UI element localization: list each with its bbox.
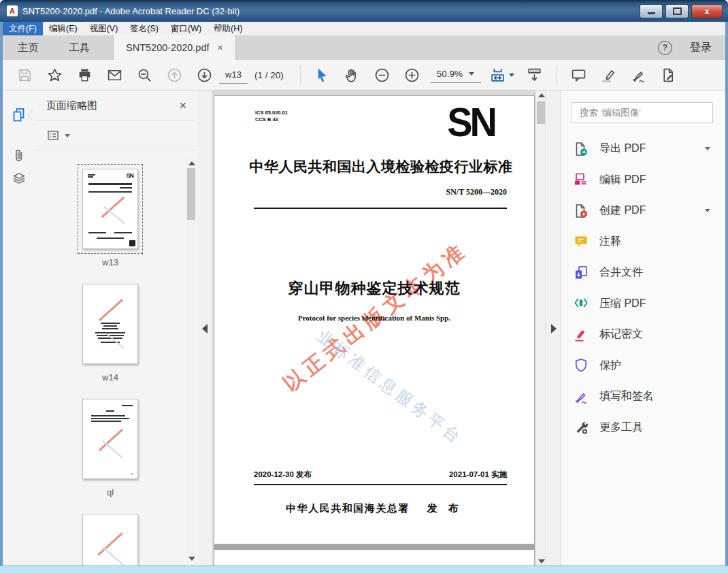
- doc-ics-code: ICS 65.020.01: [255, 110, 288, 116]
- comment-icon: [576, 237, 587, 248]
- layers-pane-button[interactable]: [10, 169, 29, 189]
- chevron-down-icon[interactable]: [705, 147, 710, 150]
- tool-protect[interactable]: 保护: [561, 350, 725, 382]
- sign-in-button[interactable]: 登录: [690, 41, 712, 55]
- restore-button[interactable]: [665, 4, 689, 18]
- thumbnail-page-4[interactable]: qll: [78, 509, 143, 573]
- menu-view[interactable]: 视图(V): [84, 22, 125, 36]
- doc-ccs-code: CCS B 43: [255, 116, 288, 123]
- scroll-down-icon[interactable]: [188, 557, 195, 561]
- menu-edit[interactable]: 编辑(E): [43, 22, 84, 36]
- arrow-down-icon: [198, 69, 210, 81]
- previous-page-button[interactable]: [159, 67, 189, 84]
- tools-panel: 导出 PDF 编辑 PDF 创建 PDF 注释: [561, 91, 725, 566]
- scroll-down-icon[interactable]: [538, 559, 545, 563]
- highlight-tool-button[interactable]: [593, 67, 623, 84]
- thumbnail-label: w13: [102, 257, 118, 267]
- thumbnail-scrollbar[interactable]: [186, 159, 196, 563]
- doc-implement-date: 2021-07-01 实施: [449, 470, 507, 480]
- zoom-out-button[interactable]: [367, 67, 397, 84]
- document-viewport[interactable]: ICS 65.020.01 CCS B 43 SN 中华人民共和国出入境检验检疫…: [212, 91, 536, 566]
- reading-mode-button[interactable]: [519, 67, 549, 84]
- select-cursor-icon: [318, 68, 327, 82]
- tool-create-pdf[interactable]: 创建 PDF: [561, 195, 725, 227]
- chevron-down-icon[interactable]: [705, 209, 710, 212]
- zoom-level-value: 50.9%: [437, 69, 463, 79]
- menu-help[interactable]: 帮助(H): [208, 22, 248, 36]
- tab-document[interactable]: SNT5200-2020.pdf ×: [113, 35, 236, 60]
- menu-window[interactable]: 窗口(W): [165, 22, 208, 36]
- tool-redact[interactable]: 标记密文: [561, 319, 725, 350]
- menu-file[interactable]: 文件(F): [3, 22, 43, 36]
- help-icon[interactable]: ?: [658, 41, 672, 55]
- tool-more-tools[interactable]: 更多工具: [561, 412, 725, 444]
- tool-fill-sign[interactable]: 填写和签名: [561, 381, 725, 412]
- tool-label: 导出 PDF: [599, 142, 646, 156]
- scrollbar-thumb[interactable]: [537, 101, 545, 124]
- acrobat-app-icon: A: [7, 5, 18, 16]
- scroll-up-icon[interactable]: [188, 161, 195, 165]
- collapse-right-pane-button[interactable]: [545, 91, 561, 566]
- fill-sign-icon: [576, 394, 586, 403]
- thumbnail-page-1[interactable]: SN w13: [78, 164, 143, 267]
- zoom-level-control[interactable]: 50.9%: [430, 67, 481, 83]
- tool-export-pdf[interactable]: 导出 PDF: [561, 133, 725, 165]
- menu-sign[interactable]: 签名(S): [124, 22, 165, 36]
- minimize-button[interactable]: [640, 4, 663, 18]
- sign-tool-button[interactable]: [623, 67, 653, 84]
- more-tools-icon: [577, 422, 588, 433]
- star-button[interactable]: [39, 67, 69, 84]
- collapse-left-pane-button[interactable]: [197, 91, 213, 566]
- toolbar-divider: [556, 65, 557, 84]
- pdf-page-1: ICS 65.020.01 CCS B 43 SN 中华人民共和国出入境检验检疫…: [214, 95, 535, 544]
- zoom-in-button[interactable]: [397, 67, 427, 84]
- print-button[interactable]: [69, 67, 99, 84]
- navigation-pane-strip: [3, 91, 36, 566]
- close-button[interactable]: x: [691, 4, 723, 18]
- save-button[interactable]: [10, 67, 39, 84]
- tools-search-input[interactable]: [578, 107, 712, 118]
- tab-document-label: SNT5200-2020.pdf: [126, 42, 210, 53]
- next-page-button[interactable]: [189, 67, 219, 84]
- thumbnail-options-button[interactable]: [46, 129, 60, 142]
- doc-rule: [254, 484, 507, 485]
- scrollbar-thumb[interactable]: [187, 168, 195, 220]
- document-scrollbar[interactable]: [535, 91, 546, 566]
- comment-bubble-icon: [572, 70, 584, 81]
- layers-icon: [14, 174, 24, 183]
- hand-icon: [346, 69, 355, 81]
- doc-standard-number: SN/T 5200—2020: [446, 187, 507, 197]
- tool-label: 编辑 PDF: [599, 173, 646, 187]
- thumbnail-page-3[interactable]: ql: [78, 394, 143, 497]
- edit-page-button[interactable]: [653, 67, 683, 84]
- panel-close-icon[interactable]: ×: [179, 99, 186, 113]
- page-thumbnails-pane-button[interactable]: [10, 105, 29, 125]
- close-icon: x: [704, 6, 709, 16]
- email-button[interactable]: [99, 67, 129, 84]
- page-count: (1 / 20): [254, 70, 284, 80]
- attachments-pane-button[interactable]: [10, 146, 29, 165]
- fit-width-button[interactable]: [484, 67, 519, 84]
- thumbnail-list: SN w13: [35, 159, 185, 566]
- tab-home[interactable]: 主页: [3, 35, 54, 60]
- tool-compress-pdf[interactable]: 压缩 PDF: [561, 289, 725, 320]
- thumbnail-page-2[interactable]: w14: [78, 279, 143, 382]
- scroll-up-icon[interactable]: [538, 93, 545, 97]
- window-title: SNT5200-2020.pdf - Adobe Acrobat Reader …: [22, 6, 239, 16]
- toolbar: (1 / 20) 50.9%: [3, 60, 725, 91]
- toolbar-collapse-icon: [529, 69, 540, 80]
- tool-comment[interactable]: 注释: [561, 227, 725, 258]
- search-button[interactable]: [129, 67, 159, 84]
- tab-tools[interactable]: 工具: [54, 35, 105, 60]
- hand-tool-button[interactable]: [337, 67, 367, 84]
- select-tool-button[interactable]: [308, 67, 337, 84]
- tool-edit-pdf[interactable]: 编辑 PDF: [561, 165, 725, 196]
- doc-issuer: 中华人民共和国海关总署: [286, 502, 410, 514]
- page-number-input[interactable]: [219, 67, 248, 84]
- comment-tool-button[interactable]: [563, 67, 593, 84]
- tab-close-icon[interactable]: ×: [218, 42, 223, 53]
- tool-label: 合并文件: [599, 265, 643, 280]
- minimize-icon: [648, 12, 655, 14]
- minus-circle-icon: [376, 69, 388, 81]
- tool-combine-files[interactable]: 合并文件: [561, 257, 725, 289]
